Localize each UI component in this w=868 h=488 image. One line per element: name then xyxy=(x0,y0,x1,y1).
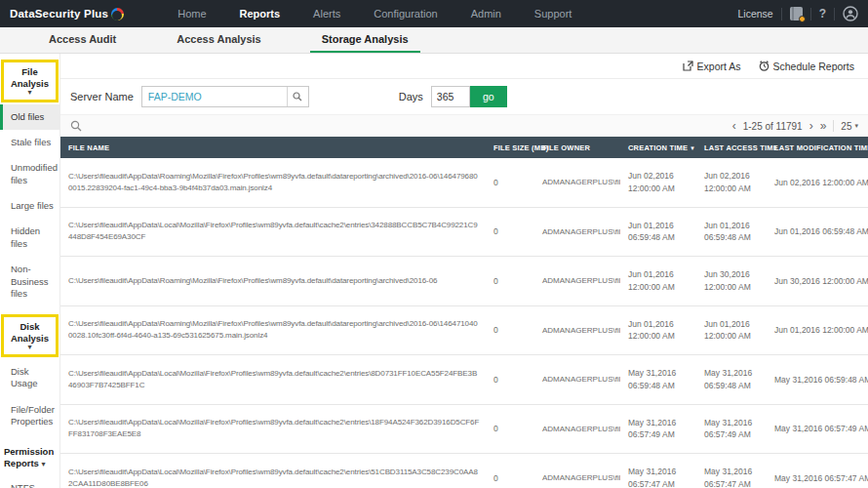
cell-last-modification-time: May 31,2016 06:57:47 AM xyxy=(767,473,868,483)
col-creation-time[interactable]: CREATION TIME▾ xyxy=(620,143,696,152)
pagination: ‹ 1-25 of 11791 › » 25 ▾ xyxy=(732,120,858,132)
cell-creation-time: Jun 01,2016 12:00:00 AM xyxy=(620,268,696,294)
chevron-down-icon: ▾ xyxy=(854,122,858,130)
cell-last-access-time: Jun 02,2016 12:00:00 AM xyxy=(696,170,767,195)
days-group: Days go xyxy=(399,86,507,107)
nav-admin[interactable]: Admin xyxy=(454,0,518,27)
cell-last-modification-time: Jun 30,2016 12:00:00 AM xyxy=(767,276,868,286)
filter-bar: Server Name Days go xyxy=(60,79,868,114)
cell-last-access-time: May 31,2016 06:57:47 AM xyxy=(696,466,767,488)
go-button[interactable]: go xyxy=(470,86,507,107)
cell-last-access-time: Jun 30,2016 12:00:00 AM xyxy=(696,268,767,294)
export-as-button[interactable]: Export As xyxy=(683,61,741,72)
sidebar-item-file-folder-properties[interactable]: File/Folder Properties xyxy=(0,397,59,435)
col-file-name[interactable]: FILE NAME xyxy=(60,143,486,152)
cell-file-name: C:\Users\fileaudit\AppData\Roaming\Mozil… xyxy=(60,318,486,342)
app-window: DataSecurity Plus Home Reports Alerts Co… xyxy=(0,0,868,488)
sidebar-item-large-files[interactable]: Large files xyxy=(0,193,59,219)
sidebar-section-disk-analysis[interactable]: Disk Analysis ▾ xyxy=(1,314,59,357)
table-search-icon[interactable] xyxy=(70,120,82,132)
server-name-group xyxy=(141,86,309,107)
cell-last-access-time: May 31,2016 06:57:49 AM xyxy=(696,417,767,442)
export-icon xyxy=(683,61,693,71)
sidebar-item-non-business-files[interactable]: Non-Business files xyxy=(0,257,59,306)
tab-access-analysis[interactable]: Access Analysis xyxy=(165,27,272,53)
notification-badge xyxy=(799,16,806,22)
chevron-down-icon: ▾ xyxy=(42,460,46,468)
schedule-reports-button[interactable]: Schedule Reports xyxy=(759,61,854,72)
sidebar-item-ntfs-permissions[interactable]: NTFS Permissions xyxy=(0,475,59,488)
col-file-size[interactable]: FILE SIZE (MB) xyxy=(486,143,534,152)
days-input[interactable] xyxy=(431,86,470,107)
nav-configuration[interactable]: Configuration xyxy=(357,0,454,27)
cell-last-modification-time: Jun 01,2016 12:00:00 AM xyxy=(767,325,868,335)
table-header: FILE NAME FILE SIZE (MB) FILE OWNER CREA… xyxy=(60,137,868,158)
cell-last-access-time: May 31,2016 06:59:48 AM xyxy=(696,367,767,392)
prev-page-icon[interactable]: ‹ xyxy=(732,120,736,132)
help-icon[interactable]: ? xyxy=(819,7,826,20)
table-row: C:\Users\fileaudit\AppData\Local\Mozilla… xyxy=(60,208,868,258)
export-as-label: Export As xyxy=(697,61,741,72)
sidebar-item-hidden-files[interactable]: Hidden files xyxy=(0,219,59,257)
sidebar-item-disk-usage[interactable]: Disk Usage xyxy=(0,359,59,397)
cell-creation-time: Jun 01,2016 06:59:48 AM xyxy=(620,220,696,245)
col-last-modification-time[interactable]: LAST MODIFICATION TIME xyxy=(767,143,868,152)
next-page-icon[interactable]: › xyxy=(809,120,813,132)
schedule-reports-label: Schedule Reports xyxy=(773,61,854,72)
navbar-right: License ? xyxy=(737,6,868,21)
cell-file-size: 0 xyxy=(486,276,534,286)
nav-reports[interactable]: Reports xyxy=(223,0,297,27)
cell-creation-time: May 31,2016 06:59:48 AM xyxy=(620,367,696,392)
tab-storage-analysis[interactable]: Storage Analysis xyxy=(310,27,420,53)
table-body: C:\Users\fileaudit\AppData\Roaming\Mozil… xyxy=(60,158,868,488)
cell-file-size: 0 xyxy=(486,473,534,483)
license-link[interactable]: License xyxy=(737,8,772,20)
divider xyxy=(833,120,834,132)
page-size-dropdown[interactable]: 25 ▾ xyxy=(841,121,858,132)
nav-home[interactable]: Home xyxy=(161,0,222,27)
sidebar-section-file-analysis[interactable]: File Analysis ▾ xyxy=(1,60,59,102)
cell-last-access-time: Jun 01,2016 06:59:48 AM xyxy=(696,220,767,245)
sidebar-item-old-files[interactable]: Old files xyxy=(0,104,59,130)
report-toolbar: Export As Schedule Reports xyxy=(60,54,868,79)
cell-file-owner: ADMANAGERPLUS\fileaudit xyxy=(534,473,620,482)
cell-file-name: C:\Users\fileaudit\AppData\Local\Mozilla… xyxy=(60,467,486,488)
divider xyxy=(810,8,811,20)
cell-file-name: C:\Users\fileaudit\AppData\Roaming\Mozil… xyxy=(60,171,486,194)
sidebar-section-permission-reports[interactable]: Permission Reports ▾ xyxy=(1,442,59,473)
cell-file-size: 0 xyxy=(486,424,534,433)
table-row: C:\Users\fileaudit\AppData\Roaming\Mozil… xyxy=(60,158,868,208)
sidebar-item-unmodified-files[interactable]: Unmodified files xyxy=(0,155,59,193)
cell-last-modification-time: May 31,2016 06:57:49 AM xyxy=(767,424,868,433)
sidebar-item-stale-files[interactable]: Stale files xyxy=(0,130,59,155)
nav-support[interactable]: Support xyxy=(518,0,589,27)
report-sidebar: File Analysis ▾ Old files Stale files Un… xyxy=(0,54,60,488)
nav-alerts[interactable]: Alerts xyxy=(296,0,357,27)
license-book-icon[interactable] xyxy=(790,7,803,20)
col-last-access-time[interactable]: LAST ACCESS TIME xyxy=(696,143,767,152)
cell-file-owner: ADMANAGERPLUS\fileaudit xyxy=(534,326,620,335)
brand-name: DataSecurity Plus xyxy=(10,8,108,20)
cell-file-size: 0 xyxy=(486,178,534,187)
user-avatar-icon[interactable] xyxy=(843,6,858,21)
cell-file-owner: ADMANAGERPLUS\fileaudit xyxy=(534,227,620,236)
cell-last-modification-time: May 31,2016 06:59:48 AM xyxy=(767,375,868,385)
chevron-down-icon: ▾ xyxy=(7,345,53,350)
server-picker-icon[interactable] xyxy=(287,87,308,106)
section-title: Permission Reports xyxy=(4,446,54,468)
cell-file-size: 0 xyxy=(486,226,534,236)
tab-access-audit[interactable]: Access Audit xyxy=(37,27,128,53)
brand-logo[interactable]: DataSecurity Plus xyxy=(0,8,134,20)
server-name-input[interactable] xyxy=(142,87,287,106)
cell-file-owner: ADMANAGERPLUS\fileaudit xyxy=(534,425,620,433)
cell-creation-time: Jun 02,2016 12:00:00 AM xyxy=(620,170,696,195)
col-file-owner[interactable]: FILE OWNER xyxy=(534,143,620,152)
last-page-icon[interactable]: » xyxy=(820,120,827,132)
cell-file-name: C:\Users\fileaudit\AppData\Local\Mozilla… xyxy=(60,368,486,391)
divider xyxy=(834,8,835,20)
days-label: Days xyxy=(399,91,423,102)
cell-last-modification-time: Jun 02,2016 12:00:00 AM xyxy=(767,178,868,187)
page-range-label: 1-25 of 11791 xyxy=(743,121,803,132)
table-row: C:\Users\fileaudit\AppData\Local\Mozilla… xyxy=(60,405,868,455)
cell-creation-time: May 31,2016 06:57:47 AM xyxy=(620,466,696,488)
